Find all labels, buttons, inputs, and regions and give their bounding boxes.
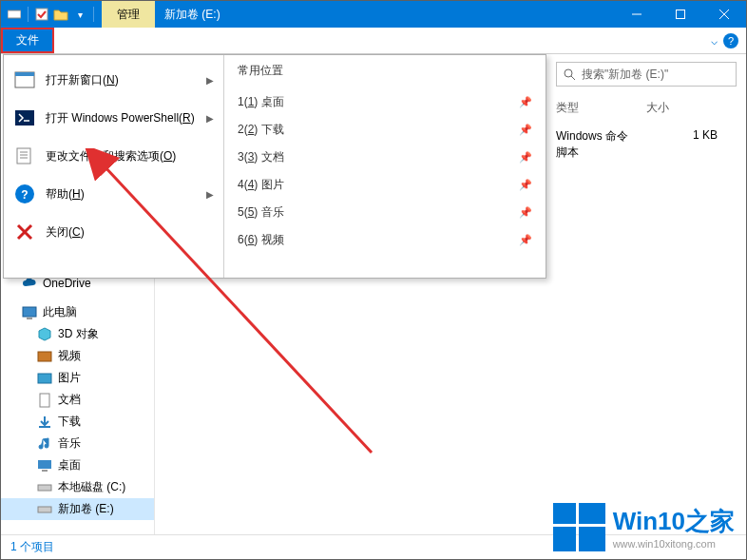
menu-help[interactable]: ? 帮助(H) ▶ <box>4 175 223 213</box>
nav-label: 3D 对象 <box>58 326 99 342</box>
nav-download[interactable]: 下载 <box>1 411 154 433</box>
chevron-right-icon: ▶ <box>206 189 214 200</box>
col-size[interactable]: 大小 <box>646 100 737 116</box>
minimize-button[interactable] <box>615 1 659 28</box>
nav-doc[interactable]: 文档 <box>1 389 154 411</box>
watermark: Win10之家 www.win10xitong.com <box>553 503 735 551</box>
svg-rect-1 <box>36 9 48 20</box>
app-icon <box>7 7 22 22</box>
location-item[interactable]: 3(3) 文档📌 <box>238 144 532 171</box>
location-label: 5(5) 音乐 <box>238 204 519 221</box>
nav-label: 此电脑 <box>43 304 77 320</box>
chevron-down-icon[interactable]: ⌵ <box>711 34 718 48</box>
location-item[interactable]: 2(2) 下载📌 <box>238 116 532 144</box>
svg-rect-11 <box>38 460 51 469</box>
separator <box>28 7 29 22</box>
nav-thispc[interactable]: 此电脑 <box>1 301 154 323</box>
ribbon-right: ⌵ ? <box>711 28 746 53</box>
help-icon: ? <box>13 183 36 205</box>
nav-label: 下载 <box>58 414 81 430</box>
nav-music[interactable]: 音乐 <box>1 433 154 454</box>
file-menu-left: 打开新窗口(N) ▶ 打开 Windows PowerShell(R) ▶ 更改… <box>4 55 224 278</box>
nav-label: 本地磁盘 (C:) <box>58 479 125 495</box>
nav-desktop[interactable]: 桌面 <box>1 454 154 476</box>
location-label: 2(2) 下载 <box>238 122 519 138</box>
file-menu: 打开新窗口(N) ▶ 打开 Windows PowerShell(R) ▶ 更改… <box>3 54 546 279</box>
help-icon[interactable]: ? <box>723 33 738 48</box>
svg-rect-18 <box>15 72 34 76</box>
quick-access-toolbar: ▾ <box>1 7 102 22</box>
chevron-right-icon: ▶ <box>206 75 214 86</box>
location-label: 6(6) 视频 <box>238 232 519 248</box>
video-icon <box>37 349 52 364</box>
search-input[interactable]: 搜索"新加卷 (E:)" <box>556 62 737 87</box>
cube-icon <box>37 327 52 342</box>
file-tab[interactable]: 文件 <box>1 28 54 53</box>
svg-rect-12 <box>42 470 48 472</box>
windows-logo-icon <box>553 503 605 551</box>
item-count: 1 个项目 <box>10 539 54 555</box>
menu-options[interactable]: 更改文件夹和搜索选项(O) <box>4 137 223 175</box>
menu-label: 帮助(H) <box>46 186 197 203</box>
dropdown-icon[interactable]: ▾ <box>72 7 87 22</box>
location-item[interactable]: 4(4) 图片📌 <box>238 171 532 199</box>
svg-rect-7 <box>27 318 32 319</box>
svg-rect-19 <box>15 110 34 126</box>
window-title: 新加卷 (E:) <box>155 7 615 23</box>
svg-rect-0 <box>8 10 21 18</box>
maximize-button[interactable] <box>659 1 702 28</box>
close-button[interactable] <box>702 1 746 28</box>
window-buttons <box>615 1 746 28</box>
svg-rect-10 <box>40 394 49 407</box>
checkbox-icon[interactable] <box>34 7 49 22</box>
close-icon <box>13 221 36 243</box>
watermark-title: Win10之家 <box>613 505 735 538</box>
desktop-icon <box>37 458 52 473</box>
nav-label: 音乐 <box>58 435 81 452</box>
pin-icon[interactable]: 📌 <box>519 206 532 219</box>
pin-icon[interactable]: 📌 <box>519 234 532 246</box>
document-icon <box>37 393 52 408</box>
svg-point-15 <box>565 69 572 77</box>
location-item[interactable]: 6(6) 视频📌 <box>238 226 532 254</box>
nav-pic[interactable]: 图片 <box>1 367 154 389</box>
menu-label: 打开新窗口(N) <box>46 72 197 88</box>
svg-line-16 <box>571 76 575 80</box>
menu-label: 更改文件夹和搜索选项(O) <box>46 148 214 164</box>
location-label: 4(4) 图片 <box>238 177 519 193</box>
nav-edisk[interactable]: 新加卷 (E:) <box>1 498 154 520</box>
nav-video[interactable]: 视频 <box>1 345 154 367</box>
folder-icon[interactable] <box>53 7 68 22</box>
menu-new-window[interactable]: 打开新窗口(N) ▶ <box>4 61 223 99</box>
ribbon: 文件 ⌵ ? <box>1 28 746 54</box>
nav-label: 桌面 <box>58 457 81 473</box>
nav-label: 文档 <box>58 392 81 408</box>
location-item[interactable]: 1(1) 桌面📌 <box>238 88 532 116</box>
nav-cdisk[interactable]: 本地磁盘 (C:) <box>1 476 154 498</box>
column-headers: 类型 大小 <box>556 100 737 116</box>
pin-icon[interactable]: 📌 <box>519 124 532 136</box>
options-icon <box>13 145 36 167</box>
svg-rect-6 <box>23 307 36 317</box>
col-type[interactable]: 类型 <box>556 100 646 116</box>
search-placeholder: 搜索"新加卷 (E:)" <box>582 67 668 83</box>
separator <box>93 7 94 22</box>
nav-3d[interactable]: 3D 对象 <box>1 323 154 345</box>
locations-header: 常用位置 <box>238 63 532 79</box>
manage-tab[interactable]: 管理 <box>102 1 155 28</box>
menu-label: 打开 Windows PowerShell(R) <box>46 110 197 126</box>
chevron-right-icon: ▶ <box>206 113 214 124</box>
location-item[interactable]: 5(5) 音乐📌 <box>238 199 532 226</box>
search-icon <box>563 68 576 81</box>
pin-icon[interactable]: 📌 <box>519 151 532 164</box>
powershell-icon <box>13 106 36 129</box>
cell-type: Windows 命令脚本 <box>556 128 637 161</box>
svg-rect-20 <box>17 148 30 164</box>
menu-close[interactable]: 关闭(C) <box>4 213 223 251</box>
download-icon <box>37 415 52 430</box>
pin-icon[interactable]: 📌 <box>519 96 532 108</box>
file-row[interactable]: Windows 命令脚本 1 KB <box>556 128 737 161</box>
pin-icon[interactable]: 📌 <box>519 179 532 191</box>
menu-powershell[interactable]: 打开 Windows PowerShell(R) ▶ <box>4 99 223 137</box>
svg-rect-13 <box>38 485 51 491</box>
